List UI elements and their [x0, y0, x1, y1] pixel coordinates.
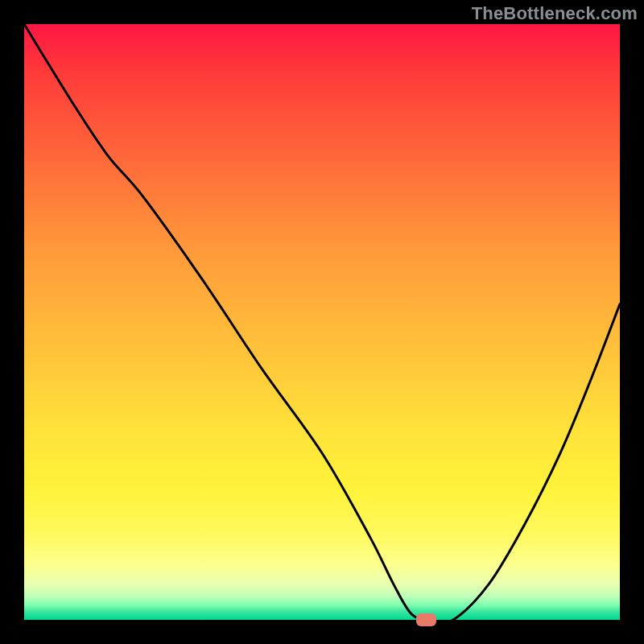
- plot-area: [24, 24, 620, 620]
- optimal-marker: [416, 613, 437, 626]
- curve-svg: [24, 24, 620, 620]
- chart-container: TheBottleneck.com: [0, 0, 644, 644]
- watermark-text: TheBottleneck.com: [472, 3, 638, 24]
- bottleneck-curve: [24, 24, 620, 620]
